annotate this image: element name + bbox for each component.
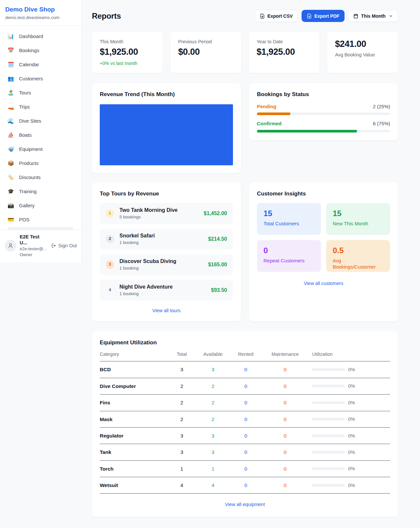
utilization-pct: 0% bbox=[348, 416, 355, 422]
sidebar-item-dive-sites[interactable]: 🌊Dive Sites bbox=[4, 114, 77, 128]
speedboat-icon: 🚤 bbox=[7, 104, 14, 110]
table-header: Category Total Available Rented Maintena… bbox=[100, 346, 390, 361]
table-row: Torch 1 1 0 0 0% bbox=[100, 461, 390, 477]
cell-rented: 0 bbox=[229, 482, 262, 488]
sidebar-item-label: Trips bbox=[19, 104, 30, 110]
table-row: Dive Computer 2 2 0 0 0% bbox=[100, 378, 390, 395]
customer-insights-card: Customer Insights 15 Total Customers 15 … bbox=[249, 182, 398, 321]
sidebar-item-label: Bookings bbox=[19, 48, 39, 54]
sidebar-item-tours[interactable]: 🏝️Tours bbox=[4, 86, 77, 100]
export-pdf-button[interactable]: Export PDF bbox=[302, 10, 345, 22]
card-title: Customer Insights bbox=[257, 190, 390, 197]
utilization-bar bbox=[312, 401, 345, 404]
export-csv-button[interactable]: Export CSV bbox=[255, 10, 298, 22]
stat-card-this-month: This Month $1,925.00 +0% vs last month bbox=[92, 32, 163, 73]
sidebar-item-equipment[interactable]: 🤿Equipment bbox=[4, 142, 77, 156]
export-csv-label: Export CSV bbox=[267, 13, 293, 19]
sidebar-item-label: Dashboard bbox=[19, 33, 43, 40]
sidebar-item-gallery[interactable]: 📸Gallery bbox=[4, 199, 77, 213]
people-icon: 👥 bbox=[7, 75, 14, 82]
insight-label: New This Month bbox=[333, 221, 384, 227]
user-name: E2E Test U... bbox=[20, 234, 48, 246]
cell-available: 3 bbox=[197, 449, 229, 455]
insight-tile-avg-bookings: 0.5 Avg Bookings/Customer bbox=[326, 240, 390, 272]
stat-card-previous-period: Previous Period $0.00 bbox=[170, 32, 241, 73]
utilization-pct: 0% bbox=[348, 383, 355, 389]
insight-value: 0 bbox=[263, 246, 314, 255]
insight-value: 0.5 bbox=[333, 246, 384, 255]
sidebar-item-trips[interactable]: 🚤Trips bbox=[4, 100, 77, 114]
cell-maintenance: 0 bbox=[262, 449, 308, 455]
insight-value: 15 bbox=[333, 209, 384, 218]
tour-list: 1 Two Tank Morning Dive5 bookings $1,452… bbox=[100, 203, 233, 301]
user-email: e2e-tester@... bbox=[20, 246, 48, 252]
view-all-tours-link[interactable]: View all tours bbox=[100, 308, 233, 314]
tour-bookings: 1 booking bbox=[119, 240, 155, 246]
sidebar-item-label: POS bbox=[19, 217, 30, 223]
card-title: Revenue Trend (This Month) bbox=[100, 91, 233, 98]
utilization-bar bbox=[312, 484, 345, 487]
camera-icon: 📸 bbox=[7, 202, 14, 209]
list-item: 4 Night Dive Adventure1 booking $93.50 bbox=[100, 280, 233, 301]
stat-card-avg-booking-value: $241.00 Avg Booking Value bbox=[327, 32, 398, 73]
cell-utilization: 0% bbox=[308, 449, 390, 455]
island-icon: 🏝️ bbox=[7, 90, 14, 96]
utilization-bar bbox=[312, 385, 345, 387]
column-header-available: Available bbox=[197, 351, 229, 357]
sidebar-item-dashboard[interactable]: 📊Dashboard bbox=[4, 30, 77, 44]
rank-badge: 2 bbox=[106, 235, 114, 243]
sidebar-item-boats[interactable]: ⛵Boats bbox=[4, 128, 77, 142]
chevron-down-icon bbox=[389, 14, 393, 18]
insight-label: Total Customers bbox=[263, 221, 314, 227]
cell-total: 2 bbox=[167, 416, 197, 422]
progress-track bbox=[257, 112, 390, 115]
utilization-pct: 0% bbox=[348, 433, 355, 439]
utilization-bar bbox=[312, 418, 345, 420]
sidebar-item-products[interactable]: 📦Products bbox=[4, 156, 77, 171]
cell-maintenance: 0 bbox=[262, 466, 308, 472]
sidebar-item-bookings[interactable]: 📅Bookings bbox=[4, 44, 77, 58]
card-title: Top Tours by Revenue bbox=[100, 190, 233, 197]
cell-category: Regulator bbox=[100, 433, 167, 439]
progress-fill-pending bbox=[257, 112, 290, 115]
page-title: Reports bbox=[92, 11, 121, 21]
tour-bookings: 5 bookings bbox=[119, 214, 178, 220]
person-icon bbox=[8, 243, 13, 249]
view-all-customers-link[interactable]: View all customers bbox=[257, 280, 390, 286]
insight-tiles: 15 Total Customers 15 New This Month 0 R… bbox=[257, 203, 390, 272]
sidebar-item-discounts[interactable]: 🏷️Discounts bbox=[4, 171, 77, 185]
utilization-bar bbox=[312, 451, 345, 454]
cell-category: Torch bbox=[100, 466, 167, 472]
user-role: Owner bbox=[20, 252, 48, 257]
list-item: 2 Snorkel Safari1 booking $214.50 bbox=[100, 229, 233, 250]
sidebar-item-training[interactable]: 🎓Training bbox=[4, 185, 77, 199]
period-dropdown[interactable]: This Month bbox=[348, 10, 398, 22]
utilization-pct: 0% bbox=[348, 449, 355, 455]
sidebar-item-label: Tours bbox=[19, 90, 31, 96]
utilization-bar bbox=[312, 435, 345, 437]
table-row: Mask 2 2 0 0 0% bbox=[100, 411, 390, 428]
sidebar-item-partially-scrolled[interactable] bbox=[8, 227, 74, 230]
status-label: Confirmed bbox=[257, 121, 282, 127]
tour-bookings: 1 booking bbox=[119, 291, 173, 297]
insight-label: Repeat Customers bbox=[263, 258, 314, 264]
cell-utilization: 0% bbox=[308, 383, 390, 389]
cell-maintenance: 0 bbox=[262, 416, 308, 422]
sidebar-item-pos[interactable]: 💳POS bbox=[4, 213, 77, 227]
sidebar-item-label: Customers bbox=[19, 76, 43, 82]
insight-label: Avg Bookings/Customer bbox=[333, 258, 384, 270]
sidebar-item-customers[interactable]: 👥Customers bbox=[4, 72, 77, 86]
tour-revenue: $1,452.00 bbox=[204, 210, 227, 217]
cell-maintenance: 0 bbox=[262, 482, 308, 488]
cell-category: Mask bbox=[100, 416, 167, 422]
stat-label: Previous Period bbox=[178, 39, 233, 45]
sidebar-item-calendar[interactable]: 🗓️Calendar bbox=[4, 58, 77, 72]
spiral-calendar-icon: 🗓️ bbox=[7, 61, 14, 68]
column-header-category: Category bbox=[100, 351, 167, 357]
cell-rented: 0 bbox=[229, 366, 262, 373]
sidebar-item-label: Gallery bbox=[19, 203, 35, 209]
cell-category: BCD bbox=[100, 366, 167, 373]
view-all-equipment-link[interactable]: View all equipment bbox=[100, 501, 390, 507]
cell-rented: 0 bbox=[229, 466, 262, 472]
sign-out-button[interactable]: Sign Out bbox=[51, 243, 77, 249]
